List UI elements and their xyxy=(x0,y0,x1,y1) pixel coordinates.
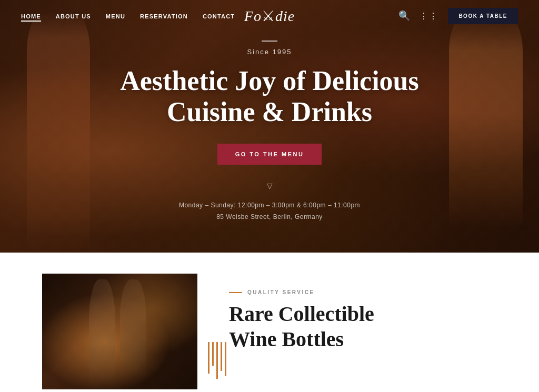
content-title-line2: Wine Bottles xyxy=(229,327,344,351)
hero-content: Since 1995 Aesthetic Joy of Delicious Cu… xyxy=(0,0,539,253)
content-text: QUALITY SERVICE Rare Collectible Wine Bo… xyxy=(229,274,497,352)
hero-section: HOME ABOUT US MENU RESERVATION CONTACT F… xyxy=(0,0,539,253)
grid-icon[interactable]: ⋮⋮ xyxy=(420,11,438,21)
nav-right: 🔍 ⋮⋮ BOOK A TABLE xyxy=(398,8,518,24)
content-image xyxy=(42,274,197,389)
nav-link-menu[interactable]: MENU xyxy=(106,13,125,19)
nav-item-menu[interactable]: MENU xyxy=(106,11,125,21)
hero-address: 85 Weisbe Street, Berlin, Germany xyxy=(216,212,323,223)
label-dash xyxy=(229,292,242,293)
book-table-button[interactable]: BOOK A TABLE xyxy=(448,8,518,24)
content-title: Rare Collectible Wine Bottles xyxy=(229,301,497,352)
nav-item-home[interactable]: HOME xyxy=(21,11,41,21)
nav-link-contact[interactable]: CONTACT xyxy=(203,13,235,19)
nav-link-home[interactable]: HOME xyxy=(21,13,41,22)
decorative-lines xyxy=(208,342,226,379)
decorative-line xyxy=(225,342,226,376)
navigation: HOME ABOUT US MENU RESERVATION CONTACT F… xyxy=(0,0,539,32)
content-label-line: QUALITY SERVICE xyxy=(229,289,497,295)
decorative-line xyxy=(208,342,209,374)
search-icon[interactable]: 🔍 xyxy=(398,10,410,22)
content-image-wrapper xyxy=(42,274,197,389)
decorative-line xyxy=(221,342,222,371)
hero-since: Since 1995 xyxy=(247,48,292,56)
nav-link-about[interactable]: ABOUT US xyxy=(56,13,91,19)
content-section: QUALITY SERVICE Rare Collectible Wine Bo… xyxy=(0,253,539,392)
hero-hours: Monday – Sunday: 12:00pm – 3:00pm & 6:00… xyxy=(179,200,360,212)
decorative-line xyxy=(216,342,218,379)
nav-item-contact[interactable]: CONTACT xyxy=(203,11,235,21)
content-label: QUALITY SERVICE xyxy=(247,289,315,295)
go-to-menu-button[interactable]: GO TO THE MENU xyxy=(217,144,322,165)
nav-item-reservation[interactable]: RESERVATION xyxy=(140,11,188,21)
nav-link-reservation[interactable]: RESERVATION xyxy=(140,13,188,19)
content-title-line1: Rare Collectible xyxy=(229,302,374,326)
decorative-line xyxy=(212,342,214,366)
nav-item-about[interactable]: ABOUT US xyxy=(56,11,91,21)
site-logo[interactable]: Fo⚔die xyxy=(244,7,295,25)
nav-links: HOME ABOUT US MENU RESERVATION CONTACT xyxy=(21,11,235,21)
hero-title: Aesthetic Joy of Delicious Cuisine & Dri… xyxy=(98,65,441,128)
scroll-chevron-icon[interactable]: ▽ xyxy=(267,182,273,190)
hero-divider xyxy=(262,41,277,42)
